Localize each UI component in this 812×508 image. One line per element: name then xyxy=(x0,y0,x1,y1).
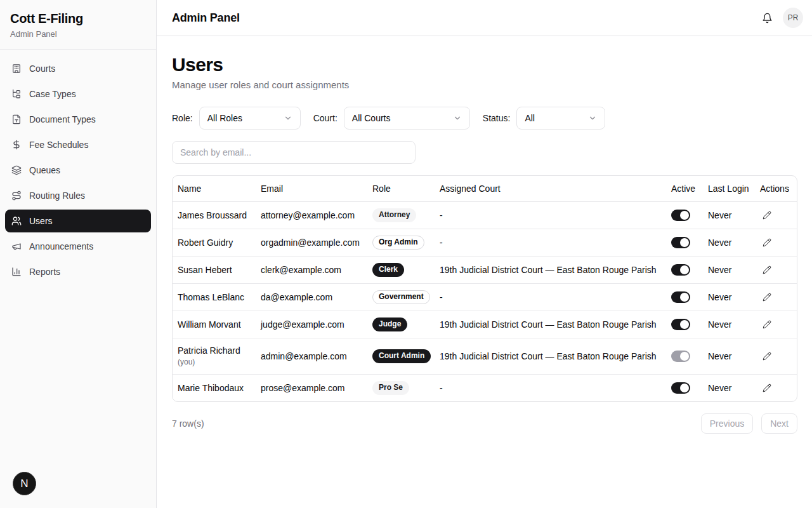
sidebar-item-case-types[interactable]: Case Types xyxy=(5,83,151,105)
court-filter-label: Court: xyxy=(313,113,337,123)
sidebar-item-label: Document Types xyxy=(29,114,96,124)
last-login: Never xyxy=(703,286,755,309)
last-login: Never xyxy=(703,313,755,336)
previous-page-button[interactable]: Previous xyxy=(701,413,753,434)
table-row: Robert Guidry orgadmin@example.com Org A… xyxy=(173,229,797,256)
layers-icon xyxy=(11,165,22,175)
user-name: Thomas LeBlanc xyxy=(178,291,251,303)
toggle-knob xyxy=(680,211,689,220)
active-toggle[interactable] xyxy=(671,382,690,394)
top-bar-actions: PR xyxy=(759,8,803,28)
tree-icon xyxy=(11,89,22,99)
sidebar-item-reports[interactable]: Reports xyxy=(5,260,151,283)
table-footer: 7 row(s) Previous Next xyxy=(172,413,797,434)
assigned-court: - xyxy=(435,377,666,399)
edit-user-button[interactable] xyxy=(760,236,774,250)
user-name: Robert Guidry xyxy=(178,237,251,248)
edit-user-button[interactable] xyxy=(760,290,774,304)
sidebar-item-announcements[interactable]: Announcements xyxy=(5,235,151,258)
role-badge: Judge xyxy=(372,318,407,331)
app-title: Cott E-Filing xyxy=(10,11,146,26)
status-filter-group: Status: All xyxy=(483,107,606,130)
table-row: Marie Thibodaux prose@example.com Pro Se… xyxy=(173,374,797,401)
court-filter-value: All Courts xyxy=(352,113,391,123)
user-note: (you) xyxy=(178,358,251,368)
toggle-knob xyxy=(680,293,689,302)
role-filter-value: All Roles xyxy=(207,113,242,123)
role-badge: Org Admin xyxy=(372,236,424,250)
column-header-last-login: Last Login xyxy=(703,177,755,200)
sidebar-item-users[interactable]: Users xyxy=(5,210,151,232)
notifications-button[interactable] xyxy=(759,10,775,26)
table-row: Susan Hebert clerk@example.com Clerk 19t… xyxy=(173,256,797,283)
table-row: Patricia Richard (you) admin@example.com… xyxy=(173,338,797,374)
edit-user-button[interactable] xyxy=(760,318,774,331)
bar-chart-icon xyxy=(11,267,22,277)
page-header-title: Admin Panel xyxy=(172,11,240,25)
assigned-court: 19th Judicial District Court — East Bato… xyxy=(435,345,666,368)
sidebar-item-courts[interactable]: Courts xyxy=(5,57,151,80)
table-header-row: Name Email Role Assigned Court Active La… xyxy=(173,176,797,201)
user-name: William Morvant xyxy=(178,319,251,330)
assigned-court: - xyxy=(435,286,666,309)
user-email: clerk@example.com xyxy=(256,258,367,281)
edit-user-button[interactable] xyxy=(760,349,774,363)
edit-user-button[interactable] xyxy=(760,263,774,277)
users-icon xyxy=(11,216,22,226)
court-filter-select[interactable]: All Courts xyxy=(344,107,470,130)
bell-icon xyxy=(762,13,773,23)
megaphone-icon xyxy=(11,241,22,251)
table-row: William Morvant judge@example.com Judge … xyxy=(173,311,797,338)
active-toggle[interactable] xyxy=(671,319,690,330)
users-table: Name Email Role Assigned Court Active La… xyxy=(172,175,797,402)
table-row: James Broussard attorney@example.com Att… xyxy=(173,201,797,229)
status-filter-label: Status: xyxy=(483,113,511,123)
chevron-down-icon xyxy=(284,114,292,123)
pencil-icon xyxy=(763,352,771,361)
sidebar-item-routing-rules[interactable]: Routing Rules xyxy=(5,184,151,207)
status-filter-select[interactable]: All xyxy=(516,107,605,130)
sidebar-item-document-types[interactable]: Document Types xyxy=(5,108,151,131)
edit-user-button[interactable] xyxy=(760,208,774,222)
dev-tools-badge[interactable]: N xyxy=(13,472,36,495)
toggle-knob xyxy=(680,238,689,247)
active-toggle[interactable] xyxy=(671,237,690,248)
toggle-knob xyxy=(680,384,689,392)
role-filter-group: Role: All Roles xyxy=(172,107,301,130)
sidebar-item-label: Reports xyxy=(29,267,60,277)
sidebar-item-fee-schedules[interactable]: Fee Schedules xyxy=(5,133,151,156)
role-badge: Government xyxy=(372,290,430,304)
court-filter-group: Court: All Courts xyxy=(313,107,470,130)
column-header-email: Email xyxy=(256,177,367,200)
last-login: Never xyxy=(703,231,755,254)
filters-row: Role: All Roles Court: All Courts xyxy=(172,107,797,130)
user-email: orgadmin@example.com xyxy=(256,231,367,254)
sidebar-item-label: Case Types xyxy=(29,89,76,99)
pencil-icon xyxy=(763,320,771,329)
column-header-actions: Actions xyxy=(755,177,797,200)
next-page-button[interactable]: Next xyxy=(761,413,797,434)
row-count: 7 row(s) xyxy=(172,418,204,429)
toggle-knob xyxy=(680,352,689,361)
last-login: Never xyxy=(703,258,755,281)
search-input[interactable] xyxy=(172,141,416,164)
app-subtitle: Admin Panel xyxy=(10,29,146,39)
sidebar-item-label: Users xyxy=(29,216,53,226)
active-toggle[interactable] xyxy=(671,264,690,276)
assigned-court: - xyxy=(435,204,666,227)
role-filter-select[interactable]: All Roles xyxy=(199,107,301,130)
user-avatar[interactable]: PR xyxy=(783,8,803,28)
dollar-icon xyxy=(11,140,22,150)
user-email: judge@example.com xyxy=(256,313,367,336)
pencil-icon xyxy=(763,384,771,392)
active-toggle[interactable] xyxy=(671,291,690,303)
role-badge: Attorney xyxy=(372,208,416,222)
active-toggle[interactable] xyxy=(671,210,690,221)
sidebar-item-queues[interactable]: Queues xyxy=(5,159,151,182)
edit-user-button[interactable] xyxy=(760,381,774,395)
sidebar-item-label: Announcements xyxy=(29,241,93,251)
user-email: da@example.com xyxy=(256,286,367,309)
user-name: Susan Hebert xyxy=(178,264,251,276)
sidebar: Cott E-Filing Admin Panel Courts Case Ty… xyxy=(0,0,157,508)
file-type-icon xyxy=(11,114,22,124)
